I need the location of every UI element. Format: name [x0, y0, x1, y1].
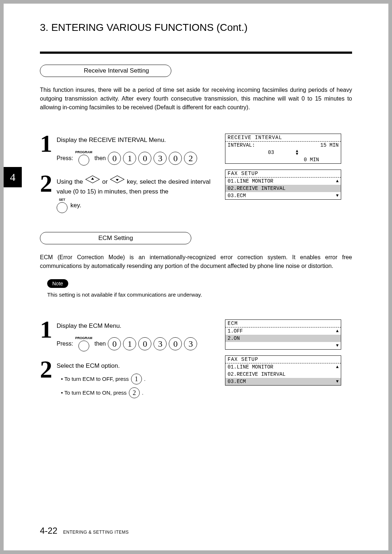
footer: 4-22 ENTERING & SETTING ITEMS [40, 526, 129, 536]
digit-key: 3 [154, 152, 167, 165]
digit-key: 3 [154, 337, 167, 350]
section-heading-pill: Receive Interval Setting [40, 65, 171, 77]
set-key-icon [57, 202, 68, 213]
step-number: 1 [40, 319, 57, 339]
step-1: 1 Display the RECEIVE INTERVAL Menu. Pre… [40, 134, 211, 166]
step-number: 2 [40, 359, 57, 379]
up-arrow-icon: ▲ [336, 364, 339, 370]
step-2: 2 Select the ECM option. • To turn ECM t… [40, 359, 211, 401]
lcd-highlight: 2.ON [225, 335, 341, 342]
divider [40, 52, 352, 54]
program-key: PROGRAM [75, 151, 92, 166]
step-number: 2 [40, 174, 57, 193]
program-key-icon [78, 341, 89, 351]
footer-section: ENTERING & SETTING ITEMS [63, 530, 129, 535]
note-text: This setting is not available if fax com… [47, 292, 352, 298]
digit-key: 0 [108, 337, 121, 350]
lcd-receive-interval: RECEIVE INTERVAL INTERVAL:15 MIN 03 ▲▼ 0… [225, 134, 341, 164]
chapter-title: 3. ENTERING VARIOUS FUNCTIONS (Cont.) [40, 22, 367, 33]
digit-key: 0 [169, 337, 182, 350]
digit-key: 0 [138, 337, 151, 350]
page-number: 4-22 [40, 526, 57, 536]
down-key-icon [110, 175, 125, 184]
lcd-column: RECEIVE INTERVAL INTERVAL:15 MIN 03 ▲▼ 0… [218, 134, 341, 205]
press-label: Press: [57, 339, 73, 349]
step-number: 1 [40, 134, 57, 153]
down-arrow-icon: ▼ [336, 193, 339, 198]
digit-key: 0 [169, 152, 182, 165]
up-arrow-icon: ▲ [336, 329, 339, 334]
updown-arrow-icon: ▲▼ [296, 150, 298, 155]
section-receive-interval: Receive Interval Setting This function i… [40, 65, 352, 221]
then-label: then [94, 154, 106, 163]
program-key: PROGRAM [75, 337, 92, 351]
digit-key: 2 [129, 387, 140, 398]
press-label: Press: [57, 154, 73, 163]
digit-key: 1 [123, 152, 136, 165]
program-key-icon [78, 155, 89, 166]
note-badge: Note [47, 279, 68, 288]
intro-paragraph: This function insures, there will be a p… [40, 86, 352, 112]
digit-key: 2 [184, 152, 197, 165]
step-1: 1 Display the ECM Menu. Press: PROGRAM t… [40, 319, 211, 351]
step-text: Display the ECM Menu. [57, 322, 122, 329]
lcd-fax-setup: FAX SETUP 01.LINE MONITOR▲ 02.RECEIVE IN… [225, 170, 341, 200]
digit-key: 1 [123, 337, 136, 350]
lcd-fax-setup: FAX SETUP 01.LINE MONITOR▲ 02.RECEIVE IN… [225, 355, 341, 386]
step-text: Select the ECM option. [57, 362, 120, 369]
step-text: Display the RECEIVE INTERVAL Menu. [57, 137, 166, 143]
section-heading-pill: ECM Setting [40, 232, 191, 244]
lcd-ecm: ECM 1.OFF▲ 2.ON ▼ [225, 319, 341, 350]
down-arrow-icon: ▼ [336, 343, 339, 348]
digit-key: 3 [184, 337, 197, 350]
svg-marker-3 [116, 179, 119, 181]
digit-key: 1 [131, 374, 142, 384]
lcd-highlight: 02.RECEIVE INTERVAL [225, 185, 341, 192]
intro-paragraph: ECM (Error Correction Mode) is an intern… [40, 253, 352, 270]
section-ecm: ECM Setting ECM (Error Correction Mode) … [40, 232, 352, 409]
set-key: SET [57, 198, 68, 213]
then-label: then [94, 339, 106, 349]
digit-key: 0 [138, 152, 151, 165]
lcd-column: ECM 1.OFF▲ 2.ON ▼ FAX SETUP 01.LINE MONI… [218, 319, 341, 391]
chapter-tab: 4 [4, 167, 22, 187]
lcd-title: ECM [225, 320, 341, 327]
up-key-icon [85, 175, 100, 184]
svg-marker-1 [91, 178, 94, 180]
lcd-title: FAX SETUP [225, 356, 341, 363]
up-arrow-icon: ▲ [336, 179, 339, 184]
lcd-title: RECEIVE INTERVAL [225, 134, 341, 142]
digit-key: 0 [108, 152, 121, 165]
page: 4 3. ENTERING VARIOUS FUNCTIONS (Cont.) … [4, 4, 388, 550]
down-arrow-icon: ▼ [336, 379, 339, 384]
lcd-title: FAX SETUP [225, 170, 341, 178]
step-2: 2 Using the or key, select the desired i… [40, 174, 211, 213]
